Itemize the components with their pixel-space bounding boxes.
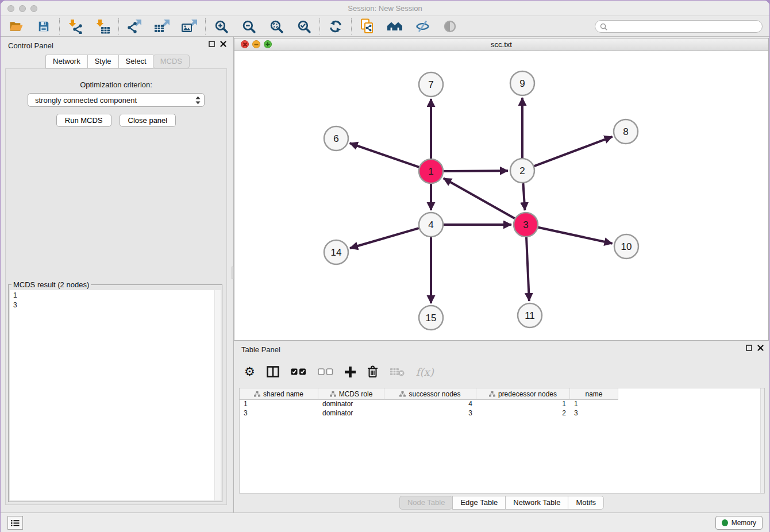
graph-edge[interactable] <box>523 183 525 210</box>
column-header-successor-nodes[interactable]: successor nodes <box>384 388 476 400</box>
graph-node[interactable]: 2 <box>510 159 534 183</box>
result-scrollbar[interactable] <box>214 290 221 500</box>
zoom-out-button[interactable] <box>241 18 257 34</box>
graph-edge[interactable] <box>350 143 419 167</box>
svg-text:7: 7 <box>428 79 433 90</box>
svg-text:3: 3 <box>523 219 528 230</box>
float-panel-icon[interactable] <box>746 345 752 351</box>
column-header-predecessor-nodes[interactable]: predecessor nodes <box>476 388 570 400</box>
svg-text:15: 15 <box>426 313 437 323</box>
result-line: 3 <box>13 300 217 310</box>
add-column-button[interactable] <box>345 364 356 379</box>
graph-node[interactable]: 15 <box>419 306 443 330</box>
open-file-button[interactable] <box>8 18 24 34</box>
column-tree-icon <box>489 391 495 397</box>
graph-edges <box>350 98 613 303</box>
split-columns-icon <box>267 366 279 377</box>
hide-selected-button[interactable] <box>414 18 430 34</box>
hide-eye-icon <box>415 20 430 33</box>
table-panel: Table Panel ⚙ <box>234 341 769 512</box>
show-eye-icon <box>443 20 457 33</box>
delete-column-button[interactable] <box>367 364 378 379</box>
tab-node-table[interactable]: Node Table <box>399 496 453 510</box>
graph-node[interactable]: 14 <box>324 240 348 264</box>
svg-text:4: 4 <box>428 219 433 230</box>
deselect-all-columns-button[interactable] <box>318 364 333 379</box>
delete-table-button-disabled <box>390 364 405 379</box>
graph-node[interactable]: 1 <box>419 159 443 183</box>
run-mcds-button[interactable]: Run MCDS <box>56 114 111 127</box>
status-bar: Memory <box>1 512 769 532</box>
table-tabs: Node Table Edge Table Network Table Moti… <box>234 496 769 510</box>
graph-node[interactable]: 10 <box>614 234 638 259</box>
graph-edge[interactable] <box>444 171 508 171</box>
save-session-button[interactable] <box>36 18 52 34</box>
column-header-mcds-role[interactable]: MCDS role <box>318 388 384 400</box>
close-panel-button[interactable]: Close panel <box>120 114 176 127</box>
graph-node[interactable]: 4 <box>419 213 443 237</box>
column-header-name[interactable]: name <box>570 388 618 400</box>
tab-style[interactable]: Style <box>87 55 118 68</box>
memory-label: Memory <box>732 519 756 527</box>
import-network-button[interactable] <box>67 18 83 34</box>
criterion-dropdown[interactable]: strongly connected component <box>28 93 205 107</box>
graph-node[interactable]: 7 <box>419 72 443 97</box>
list-icon <box>11 519 20 527</box>
mcds-result-area[interactable]: 1 3 <box>10 290 221 500</box>
zoom-selected-button[interactable] <box>296 18 312 34</box>
tab-network-table[interactable]: Network Table <box>505 496 568 510</box>
float-panel-icon[interactable] <box>209 41 215 47</box>
refresh-layout-button[interactable] <box>328 18 344 34</box>
table-settings-button[interactable]: ⚙ <box>244 364 255 379</box>
criterion-value: strongly connected component <box>35 96 195 105</box>
memory-button[interactable]: Memory <box>715 516 763 530</box>
svg-text:10: 10 <box>621 241 632 252</box>
close-panel-icon[interactable] <box>220 41 226 47</box>
graph-edge[interactable] <box>538 228 613 244</box>
graph-node[interactable]: 9 <box>510 71 534 95</box>
main-toolbar <box>1 17 769 37</box>
tab-network[interactable]: Network <box>45 55 87 68</box>
graph-edge[interactable] <box>444 178 515 218</box>
export-network-button[interactable] <box>126 18 143 34</box>
graph-node[interactable]: 3 <box>514 213 538 237</box>
memory-status-dot <box>722 519 728 526</box>
column-header-shared-name[interactable]: shared name <box>240 388 318 400</box>
table-scrollbar[interactable] <box>760 388 764 493</box>
houses-icon <box>387 20 403 33</box>
search-input[interactable] <box>610 22 757 30</box>
import-table-button[interactable] <box>95 18 111 34</box>
network-canvas[interactable]: 7968124314101511 <box>234 51 769 340</box>
mcds-result-box: MCDS result (2 nodes) 1 3 <box>8 280 222 502</box>
network-titlebar: scc.txt <box>234 38 768 51</box>
export-table-button[interactable] <box>154 18 170 34</box>
zoom-in-button[interactable] <box>213 18 229 34</box>
first-neighbors-button[interactable] <box>387 18 403 34</box>
import-table-icon <box>95 19 110 34</box>
table-row[interactable]: 1 dominator 4 1 1 <box>240 400 764 409</box>
select-all-columns-button[interactable] <box>291 364 306 379</box>
graph-node[interactable]: 6 <box>324 126 348 151</box>
export-image-button[interactable] <box>182 18 198 34</box>
svg-text:2: 2 <box>519 165 525 176</box>
split-columns-button[interactable] <box>267 364 279 379</box>
graph-edge[interactable] <box>526 237 529 301</box>
show-all-button[interactable] <box>442 18 458 34</box>
search-field[interactable] <box>595 20 763 33</box>
svg-text:1: 1 <box>428 166 433 177</box>
close-panel-icon[interactable] <box>757 345 764 351</box>
zoom-fit-button[interactable] <box>268 18 284 34</box>
tab-edge-table[interactable]: Edge Table <box>452 496 505 510</box>
graph-edge[interactable] <box>350 228 419 248</box>
graph-node[interactable]: 11 <box>518 303 542 327</box>
tab-select[interactable]: Select <box>118 55 153 68</box>
table-row[interactable]: 3 dominator 3 2 3 <box>240 409 764 418</box>
graph-node[interactable]: 8 <box>614 119 638 144</box>
tab-motifs[interactable]: Motifs <box>568 496 604 510</box>
duplicate-network-button[interactable] <box>359 18 375 34</box>
graph-edge[interactable] <box>534 137 613 166</box>
export-image-icon <box>182 19 198 34</box>
refresh-icon <box>329 20 342 33</box>
task-history-button[interactable] <box>7 516 23 530</box>
tab-mcds[interactable]: MCDS <box>153 55 190 68</box>
